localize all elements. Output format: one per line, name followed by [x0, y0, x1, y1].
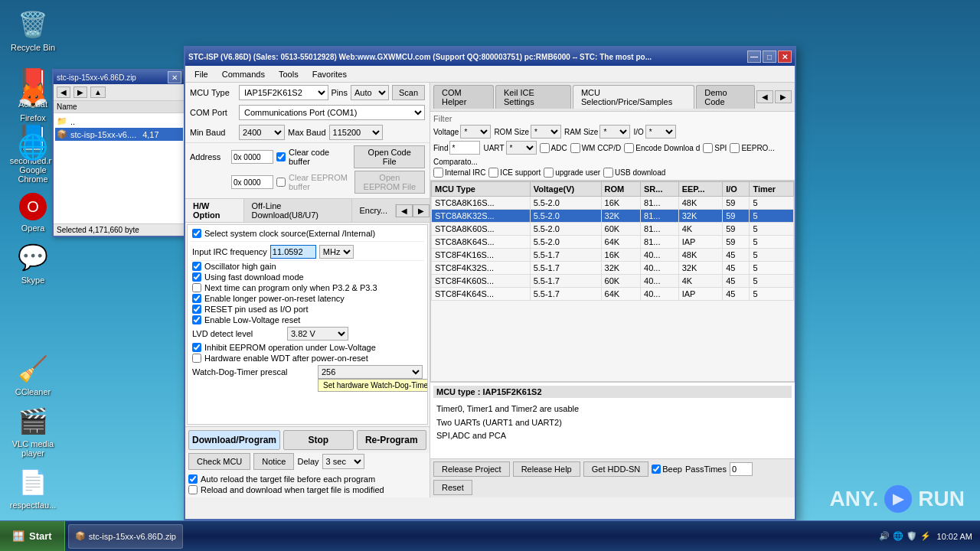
next-time-program-checkbox[interactable] [192, 283, 201, 292]
file-item-stc[interactable]: 📦 stc-isp-15xx-v6.... 4,17 [55, 128, 183, 141]
menu-tools[interactable]: Tools [273, 68, 305, 80]
tray-icon-4[interactable]: ⚡ [920, 531, 931, 541]
spi-checkbox[interactable] [703, 143, 713, 153]
menu-file[interactable]: File [188, 68, 214, 80]
file-window-close-btn[interactable]: ✕ [168, 71, 181, 83]
hw-tab-prev-btn[interactable]: ◀ [396, 204, 413, 217]
find-input[interactable] [449, 141, 480, 155]
max-baud-select[interactable]: 115200 [329, 125, 383, 140]
address-input-2[interactable] [231, 175, 273, 189]
min-baud-select[interactable]: 2400 [239, 125, 285, 140]
fast-download-mode-checkbox[interactable] [192, 272, 201, 282]
file-back-btn[interactable]: ◀ [57, 86, 70, 98]
table-row[interactable]: STC8F4K16S...5.5-1.716K40...48K455 [432, 249, 794, 262]
system-clock-checkbox[interactable] [192, 229, 201, 238]
usb-download-checkbox[interactable] [603, 168, 613, 178]
col-mcu-type[interactable]: MCU Type [432, 182, 531, 197]
tray-icon-1[interactable]: 🔊 [879, 531, 890, 541]
col-voltage[interactable]: Voltage(V) [530, 182, 601, 197]
oscillator-high-gain-checkbox[interactable] [192, 262, 201, 271]
beep-checkbox[interactable] [652, 465, 661, 474]
upgrade-user-checkbox[interactable] [544, 168, 554, 178]
hw-tab-encrypt[interactable]: Encry... [352, 204, 396, 217]
table-row[interactable]: STC8A8K16S...5.5-2.016K81...48K595 [432, 197, 794, 210]
menu-favorites[interactable]: Favorites [306, 68, 353, 80]
sidebar-icon-skype[interactable]: 💬 Skype [6, 239, 60, 288]
table-row[interactable]: STC8F4K64S...5.5-1.764K40...IAP455 [432, 288, 794, 301]
hw-tab-offline[interactable]: Off-Line Download(U8/U7) [244, 199, 352, 222]
clear-code-buffer-checkbox[interactable] [276, 152, 286, 161]
col-rom[interactable]: ROM [601, 182, 640, 197]
scan-button[interactable]: Scan [392, 85, 425, 100]
stc-max-btn[interactable]: □ [763, 51, 776, 63]
hardware-wdt-checkbox[interactable] [192, 354, 201, 363]
tray-icon-2[interactable]: 🌐 [893, 531, 903, 541]
download-program-btn[interactable]: Download/Program [188, 430, 280, 450]
col-io[interactable]: I/O [723, 182, 750, 197]
mcu-table-scroll[interactable]: MCU Type Voltage(V) ROM SR... EEP... I/O… [430, 181, 795, 382]
check-mcu-btn[interactable]: Check MCU [188, 453, 250, 470]
wm-checkbox[interactable] [570, 143, 580, 153]
reset-btn[interactable]: Reset [433, 480, 472, 495]
internal-irc-checkbox[interactable] [433, 168, 443, 178]
stc-min-btn[interactable]: — [747, 51, 761, 63]
pass-times-input[interactable] [730, 462, 753, 476]
right-tab-next-btn[interactable]: ▶ [775, 90, 792, 103]
reload-download-checkbox[interactable] [188, 485, 198, 494]
re-program-btn[interactable]: Re-Program [357, 430, 427, 450]
taskbar-stc-item[interactable]: 📦 stc-isp-15xx-v6.86D.zip [68, 524, 183, 549]
table-row[interactable]: STC8A8K32S...5.5-2.032K81...32K595 [432, 210, 794, 223]
stc-close-btn[interactable]: ✕ [778, 51, 792, 63]
com-port-select[interactable]: Communications Port (COM1) [239, 105, 425, 120]
voltage-select[interactable]: * [460, 125, 491, 139]
right-tab-prev-btn[interactable]: ◀ [756, 90, 773, 103]
uart-select[interactable]: * [506, 141, 537, 155]
tab-keil-ice[interactable]: Keil ICE Settings [495, 85, 571, 109]
tab-mcu-selection[interactable]: MCU Selection/Price/Samples [573, 85, 694, 109]
wdt-prescaler-select[interactable]: 256 [318, 365, 423, 379]
sidebar-icon-respectface[interactable]: 📄 respectfau... [6, 464, 60, 513]
table-row[interactable]: STC8F4K32S...5.5-1.732K40...32K455 [432, 262, 794, 275]
auto-reload-checkbox[interactable] [188, 474, 198, 484]
sidebar-icon-ccleaner[interactable]: 🧹 CCleaner [6, 350, 60, 399]
file-up-btn[interactable]: ▲ [90, 86, 106, 98]
clear-eeprom-checkbox[interactable] [276, 178, 286, 187]
tab-com-helper[interactable]: COM Helper [433, 85, 494, 109]
release-help-btn[interactable]: Release Help [513, 461, 580, 477]
low-voltage-reset-checkbox[interactable] [192, 315, 201, 324]
file-forward-btn[interactable]: ▶ [74, 86, 87, 98]
release-project-btn[interactable]: Release Project [433, 461, 510, 477]
address-input-1[interactable] [231, 150, 273, 164]
rom-select[interactable]: * [531, 125, 561, 139]
eeprom-checkbox[interactable] [730, 143, 740, 153]
menu-commands[interactable]: Commands [216, 68, 271, 80]
adc-checkbox[interactable] [540, 143, 550, 153]
start-button[interactable]: 🪟 Start [0, 521, 65, 551]
reset-pin-io-checkbox[interactable] [192, 305, 201, 314]
longer-reset-checkbox[interactable] [192, 294, 201, 303]
file-item-parent[interactable]: 📁 .. [55, 115, 183, 128]
stop-btn[interactable]: Stop [283, 430, 354, 450]
lvd-select[interactable]: 3.82 V [287, 327, 348, 341]
open-code-file-btn[interactable]: Open Code File [354, 145, 425, 168]
inhibit-eeprom-checkbox[interactable] [192, 343, 201, 352]
open-eeprom-file-btn[interactable]: Open EEPROM File [354, 171, 425, 194]
irc-frequency-input[interactable] [270, 245, 316, 259]
get-hdd-sn-btn[interactable]: Get HDD-SN [583, 461, 649, 477]
table-row[interactable]: STC8A8K64S...5.5-2.064K81...IAP595 [432, 236, 794, 249]
ram-select[interactable]: * [599, 125, 630, 139]
hw-tab-option[interactable]: H/W Option [185, 199, 244, 222]
tray-icon-3[interactable]: 🛡️ [906, 531, 917, 541]
pins-select[interactable]: Auto [351, 85, 389, 100]
notice-btn[interactable]: Notice [253, 453, 294, 470]
sidebar-icon-vlc[interactable]: 🎬 VLC media player [6, 403, 60, 461]
table-row[interactable]: STC8F4K60S...5.5-1.760K40...4K455 [432, 275, 794, 288]
desktop-icon-recycle-bin[interactable]: 🗑️ Recycle Bin [6, 6, 60, 55]
io-select[interactable]: * [645, 125, 676, 139]
col-timer[interactable]: Timer [750, 182, 794, 197]
delay-select[interactable]: 3 sec [322, 454, 364, 469]
ice-support-checkbox[interactable] [488, 168, 498, 178]
table-row[interactable]: STC8A8K60S...5.5-2.060K81...4K595 [432, 223, 794, 236]
col-eep[interactable]: EEP... [678, 182, 723, 197]
hw-tab-next-btn[interactable]: ▶ [413, 204, 430, 217]
